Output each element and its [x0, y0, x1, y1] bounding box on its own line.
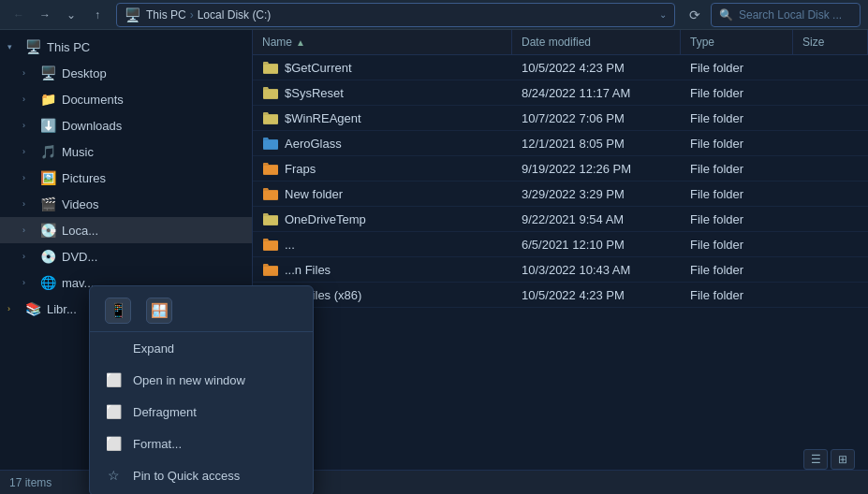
sidebar-label-desktop: Desktop — [62, 66, 244, 80]
context-expand[interactable]: Expand — [90, 332, 313, 364]
svg-rect-7 — [263, 241, 278, 250]
breadcrumb: 🖥️ This PC › Local Disk (C:) — [125, 7, 271, 22]
sidebar-item-documents[interactable]: › 📁 Documents — [0, 86, 252, 112]
open-new-window-label: Open in new window — [133, 373, 245, 387]
cell-type: File folder — [681, 257, 793, 282]
sidebar-item-this-pc[interactable]: ▾ 🖥️ This PC — [0, 34, 252, 60]
folder-icon — [262, 211, 279, 226]
grid-view-button[interactable]: ⊞ — [831, 449, 855, 470]
sidebar-label-videos: Videos — [62, 197, 244, 211]
address-bar[interactable]: 🖥️ This PC › Local Disk (C:) ⌄ — [116, 3, 675, 27]
cell-size — [793, 55, 868, 80]
sidebar-item-videos[interactable]: › 🎬 Videos — [0, 191, 252, 217]
downloads-icon: ⬇️ — [39, 117, 56, 134]
chevron-right-icon4: › — [22, 147, 34, 156]
mav-icon: 🌐 — [39, 274, 56, 291]
table-row[interactable]: ...n Files 10/3/2022 10:43 AM File folde… — [253, 257, 868, 283]
cell-name: $GetCurrent — [253, 55, 512, 80]
back-button[interactable]: ← — [7, 4, 30, 26]
cell-type: File folder — [681, 207, 793, 231]
pin-icon: ☆ — [105, 467, 122, 484]
svg-rect-6 — [263, 216, 278, 225]
header-name[interactable]: Name ▲ — [253, 30, 512, 54]
videos-icon: 🎬 — [39, 196, 56, 212]
context-open-new-window[interactable]: ⬜ Open in new window — [90, 364, 313, 396]
table-header: Name ▲ Date modified Type Size — [253, 30, 868, 55]
header-type[interactable]: Type — [681, 30, 793, 54]
table-row[interactable]: ... 6/5/2021 12:10 PM File folder — [253, 232, 868, 257]
cell-date: 6/5/2021 12:10 PM — [512, 232, 681, 256]
dvd-icon: 💿 — [39, 248, 56, 265]
context-format[interactable]: ⬜ Format... — [90, 428, 313, 459]
forward-button[interactable]: → — [34, 4, 56, 26]
header-size[interactable]: Size — [793, 30, 868, 54]
search-box[interactable]: 🔍 Search Local Disk ... — [711, 3, 861, 27]
table-row[interactable]: New folder 3/29/2022 3:29 PM File folder — [253, 182, 868, 207]
cell-name: New folder — [253, 182, 512, 206]
svg-rect-4 — [263, 166, 278, 174]
format-icon: ⬜ — [105, 435, 122, 452]
cell-date: 8/24/2022 11:17 AM — [512, 80, 681, 105]
context-menu: 📱 🪟 Expand ⬜ Open in new window ⬜ Defrag… — [89, 285, 314, 494]
libraries-icon: 📚 — [24, 300, 41, 317]
svg-rect-1 — [263, 90, 278, 98]
sidebar-item-pictures[interactable]: › 🖼️ Pictures — [0, 165, 252, 191]
search-placeholder: Search Local Disk ... — [739, 8, 842, 22]
table-row[interactable]: ...n Files (x86) 10/5/2022 4:23 PM File … — [253, 283, 868, 308]
defragment-label: Defragment — [133, 405, 197, 419]
cell-name: ...n Files — [253, 257, 512, 282]
sidebar-item-music[interactable]: › 🎵 Music — [0, 138, 252, 165]
cell-date: 10/3/2022 10:43 AM — [512, 257, 681, 282]
up-button[interactable]: ↑ — [86, 4, 109, 26]
cell-name: ... — [253, 232, 512, 256]
dropdown-button[interactable]: ⌄ — [60, 4, 82, 26]
folder-icon — [262, 60, 279, 75]
cell-size — [793, 283, 868, 307]
open-new-window-icon: ⬜ — [105, 371, 122, 388]
sidebar-item-desktop[interactable]: › 🖥️ Desktop — [0, 60, 252, 86]
expand-icon — [105, 340, 122, 356]
refresh-button[interactable]: ⟳ — [683, 3, 707, 27]
items-count: 17 items — [9, 476, 51, 489]
desktop-icon: 🖥️ — [39, 65, 56, 81]
context-pin-quick-access[interactable]: ☆ Pin to Quick access — [90, 459, 313, 491]
sidebar-item-local-disk[interactable]: › 💽 Loca... — [0, 217, 252, 243]
sidebar-item-dvd[interactable]: › 💿 DVD... — [0, 243, 252, 269]
sep1: › — [190, 8, 194, 22]
table-row[interactable]: AeroGlass 12/1/2021 8:05 PM File folder — [253, 131, 868, 156]
table-row[interactable]: Fraps 9/19/2022 12:26 PM File folder — [253, 156, 868, 182]
folder-icon — [262, 136, 279, 151]
cell-size — [793, 207, 868, 231]
this-pc-icon: 🖥️ — [24, 38, 41, 55]
table-row[interactable]: $SysReset 8/24/2022 11:17 AM File folder — [253, 80, 868, 106]
chevron-right-icon9: › — [22, 278, 34, 287]
table-row[interactable]: OneDriveTemp 9/22/2021 9:54 AM File fold… — [253, 207, 868, 232]
table-row[interactable]: $GetCurrent 10/5/2022 4:23 PM File folde… — [253, 55, 868, 80]
chevron-right-icon2: › — [22, 94, 34, 104]
header-date[interactable]: Date modified — [512, 30, 681, 54]
cell-date: 12/1/2021 8:05 PM — [512, 131, 681, 155]
chevron-right-icon6: › — [22, 199, 34, 209]
svg-rect-2 — [263, 115, 278, 124]
folder-icon — [262, 85, 279, 100]
table-row[interactable]: $WinREAgent 10/7/2022 7:06 PM File folde… — [253, 106, 868, 131]
svg-rect-0 — [263, 65, 278, 73]
local-disk-icon: 💽 — [39, 222, 56, 239]
cell-type: File folder — [681, 232, 793, 256]
context-icon-window[interactable]: 🪟 — [146, 298, 172, 324]
cell-size — [793, 106, 868, 130]
folder-icon — [262, 186, 279, 201]
cell-name: $SysReset — [253, 80, 512, 105]
cell-size — [793, 80, 868, 105]
context-icon-phone[interactable]: 📱 — [105, 298, 131, 324]
local-disk-crumb: Local Disk (C:) — [198, 8, 272, 22]
sidebar-item-downloads[interactable]: › ⬇️ Downloads — [0, 112, 252, 138]
list-view-button[interactable]: ☰ — [803, 449, 828, 470]
cell-type: File folder — [681, 80, 793, 105]
window-icon: 🪟 — [151, 302, 169, 319]
address-dropdown-icon[interactable]: ⌄ — [659, 9, 667, 20]
context-defragment[interactable]: ⬜ Defragment — [90, 396, 313, 428]
chevron-down-icon: ▾ — [7, 42, 19, 51]
cell-type: File folder — [681, 283, 793, 307]
cell-date: 9/19/2022 12:26 PM — [512, 156, 681, 181]
